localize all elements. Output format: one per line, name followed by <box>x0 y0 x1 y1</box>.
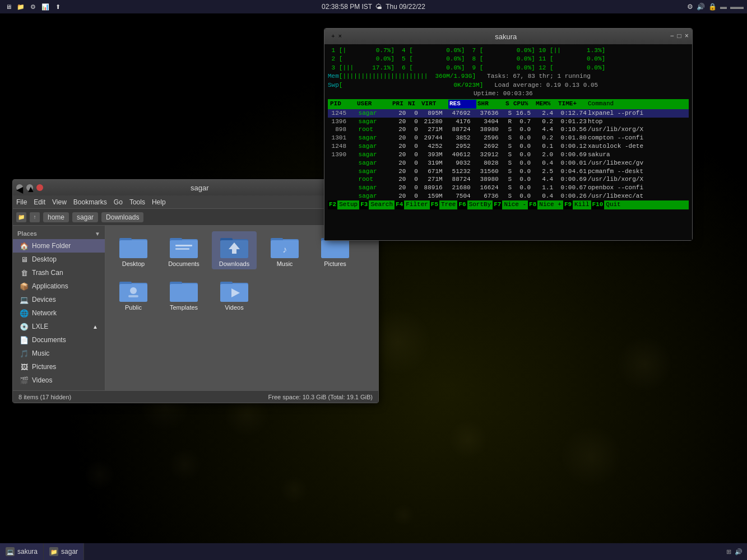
taskbar-label-sagar: sagar <box>61 548 78 556</box>
places-header: Places ▼ <box>13 228 105 239</box>
files-icon[interactable]: 📁 <box>16 2 26 12</box>
fkey-f8[interactable]: F8Nice + <box>528 200 563 209</box>
menu-view[interactable]: View <box>52 198 67 206</box>
term-maximize-icon[interactable]: □ <box>678 32 681 40</box>
sagar-task-icon: 📁 <box>49 547 58 556</box>
sidebar-item-lxle[interactable]: 💿 LXLE ▲ <box>13 320 105 333</box>
sidebar-item-trash[interactable]: 🗑 Trash Can <box>13 266 105 279</box>
col-pid: PID <box>328 100 355 108</box>
monitor-icon[interactable]: 📊 <box>40 2 50 12</box>
sidebar-item-pictures[interactable]: 🖼 Pictures <box>13 360 105 374</box>
col-ni: NI <box>407 100 420 108</box>
tray-right: ⚙ 🔊 🔒 ▬ ▬▬ <box>687 3 747 11</box>
file-documents[interactable]: Documents <box>161 231 206 269</box>
file-desktop[interactable]: Desktop <box>111 231 156 269</box>
term-minimize-icon[interactable]: − <box>670 32 674 40</box>
fkey-f7[interactable]: F7Nice - <box>493 200 528 209</box>
sidebar-label-network: Network <box>32 309 57 317</box>
fkey-f9[interactable]: F9Kill <box>563 200 591 209</box>
fkey-f10[interactable]: F10Quit <box>591 200 623 209</box>
breadcrumb-sagar[interactable]: sagar <box>72 212 98 222</box>
menu-edit[interactable]: Edit <box>34 198 45 206</box>
process-row-1245: 1245 sagar 20 0 895M 47692 37636 S 16.5 … <box>328 109 689 118</box>
term-nav-button1[interactable]: + <box>331 33 335 40</box>
terminal-title: sakura <box>345 32 666 41</box>
menu-go[interactable]: Go <box>114 198 123 206</box>
sidebar-label-trash: Trash Can <box>32 269 63 277</box>
workspace-switcher[interactable]: ⊞ <box>726 548 731 556</box>
process-row-gv: sagar 20 0 319M 9032 8028 S 0.0 0.4 0:00… <box>328 159 689 167</box>
menu-tools[interactable]: Tools <box>129 198 145 206</box>
tray-volume-icon[interactable]: 🔊 <box>697 3 705 11</box>
folder-icon-templates <box>170 277 198 302</box>
sidebar-item-documents[interactable]: 📄 Documents <box>13 333 105 347</box>
fm-main-area[interactable]: Desktop Documents <box>105 226 378 390</box>
sidebar-item-applications[interactable]: 📦 Applications <box>13 279 105 293</box>
settings-icon[interactable]: ⚙ <box>28 2 38 12</box>
bokeh-10 <box>84 459 115 490</box>
bokeh-5 <box>448 420 488 459</box>
file-music[interactable]: ♪ Music <box>262 231 307 269</box>
sidebar-item-home[interactable]: 🏠 Home Folder <box>13 239 105 253</box>
file-videos[interactable]: Videos <box>212 275 257 313</box>
term-close-icon[interactable]: × <box>685 32 689 40</box>
mem-row: Mem[||||||||||||||||||||||| 360M/1.93G]T… <box>328 72 689 81</box>
desktop-sidebar-icon: 🖥 <box>20 255 29 264</box>
col-user: USER <box>355 100 391 108</box>
bokeh-6 <box>280 476 308 504</box>
col-s: S <box>504 100 512 108</box>
fm-nav-back[interactable]: ◀ <box>16 184 23 191</box>
file-templates[interactable]: Templates <box>161 275 206 313</box>
sidebar-item-devices[interactable]: 💻 Devices <box>13 293 105 306</box>
sidebar-item-videos[interactable]: 🎬 Videos <box>13 374 105 387</box>
process-row-pcmanfm: sagar 20 0 671M 51232 31560 S 0.0 2.5 0:… <box>328 167 689 176</box>
fkey-f4[interactable]: F4Filter <box>395 200 430 209</box>
process-row-at: sagar 20 0 159M 7504 6736 S 0.0 0.4 0:00… <box>328 192 689 200</box>
folder-icon-public <box>119 277 147 302</box>
col-time: TIME+ <box>557 100 588 108</box>
bokeh-9 <box>560 426 622 487</box>
menu-file[interactable]: File <box>16 198 27 206</box>
col-cpu: CPU% <box>512 100 535 108</box>
file-public[interactable]: Public <box>111 275 156 313</box>
term-nav-button2[interactable]: × <box>338 33 342 40</box>
file-label-documents: Documents <box>168 260 199 267</box>
file-label-downloads: Downloads <box>219 260 249 267</box>
terminal-body[interactable]: 1 [| 0.7%] 4 [ 0.0%] 7 [ 0.0%] 10 [|| 1.… <box>324 44 692 240</box>
file-label-desktop: Desktop <box>122 260 145 267</box>
nav-up-button[interactable]: ↑ <box>30 212 40 222</box>
sidebar-item-network[interactable]: 🌐 Network <box>13 306 105 320</box>
cpu-row-2: 2 [ 0.0%] 5 [ 0.0%] 8 [ 0.0%] 11 [ 0.0%] <box>328 55 689 63</box>
sidebar-label-music: Music <box>32 349 49 357</box>
fkey-f6[interactable]: F6SortBy <box>457 200 493 209</box>
sidebar-item-music[interactable]: 🎵 Music <box>13 347 105 360</box>
file-downloads[interactable]: Downloads <box>212 231 257 269</box>
upload-icon[interactable]: ⬆ <box>53 2 63 12</box>
process-row-xorg2: root 20 0 271M 88724 38980 S 0.0 4.4 0:0… <box>328 175 689 184</box>
sidebar-item-desktop[interactable]: 🖥 Desktop <box>13 253 105 266</box>
swp-row: Swp[ 0K/923M]Load average: 0.19 0.13 0.0… <box>328 81 689 90</box>
places-collapse-icon[interactable]: ▼ <box>95 231 100 237</box>
taskbar-task-sakura[interactable]: 💻 sakura <box>0 543 44 560</box>
breadcrumb-home[interactable]: home <box>43 212 69 222</box>
desktop-icon[interactable]: 🖥 <box>3 2 13 12</box>
fkey-f3[interactable]: F3Search <box>359 200 395 209</box>
fm-body: Places ▼ 🏠 Home Folder 🖥 Desktop 🗑 Trash… <box>13 226 378 390</box>
bottom-volume-icon[interactable]: 🔊 <box>735 548 743 556</box>
fkey-f2[interactable]: F2Setup <box>328 200 359 209</box>
process-row-openbox: sagar 20 0 88916 21680 16624 S 0.0 1.1 0… <box>328 184 689 192</box>
tray-lock-icon[interactable]: 🔒 <box>708 3 717 11</box>
menu-help[interactable]: Help <box>152 198 166 206</box>
sidebar-scroll-up[interactable]: ▲ <box>92 324 98 330</box>
fm-statusbar: 8 items (17 hidden) Free space: 10.3 GiB… <box>13 390 378 403</box>
tray-settings-icon[interactable]: ⚙ <box>687 3 693 11</box>
fm-nav-up[interactable]: ▲ <box>26 184 33 191</box>
breadcrumb-downloads[interactable]: Downloads <box>101 212 143 222</box>
taskbar-task-sagar[interactable]: 📁 sagar <box>44 543 84 560</box>
menu-bookmarks[interactable]: Bookmarks <box>73 198 107 206</box>
col-res: RES <box>448 100 476 108</box>
fm-close-button[interactable] <box>36 184 43 191</box>
folder-icon-button[interactable]: 📁 <box>16 212 26 222</box>
file-label-public: Public <box>125 304 142 311</box>
fkey-f5[interactable]: F5Tree <box>430 200 458 209</box>
